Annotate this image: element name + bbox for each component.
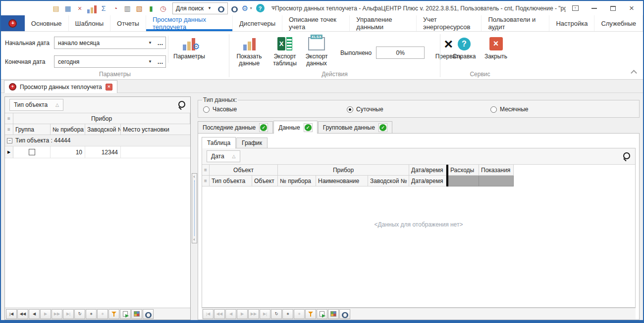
minimize-button[interactable] — [585, 2, 603, 14]
column-menu-button[interactable]: ≡ — [202, 165, 210, 176]
nav-first[interactable]: |◀ — [6, 309, 17, 319]
nav-layout[interactable] — [131, 309, 142, 319]
column-header-serial-no[interactable]: Заводской № — [368, 176, 409, 186]
chevron-down-icon[interactable]: ▼ — [145, 41, 156, 45]
maximize-button[interactable] — [603, 2, 622, 14]
export-data-button[interactable]: XLSX Экспорт данных — [301, 35, 332, 67]
collapse-group-icon[interactable]: − — [7, 138, 12, 143]
column-menu-button[interactable]: ≡ — [5, 124, 13, 135]
document-tab-prosmotr[interactable]: + Просмотр данных теплоучета × — [4, 80, 117, 93]
ellipsis-button[interactable]: … — [156, 59, 165, 64]
settings-button[interactable]: ⚙▼ — [241, 3, 254, 14]
tab-data[interactable]: Данные ✓ — [273, 121, 317, 134]
search-button[interactable] — [228, 3, 241, 14]
band-header-device[interactable]: Прибор — [13, 113, 190, 124]
band-header-object[interactable]: Объект — [210, 165, 278, 176]
close-document-icon[interactable]: × — [106, 84, 112, 91]
column-header-location[interactable]: Место установки — [121, 124, 190, 135]
export-table-button[interactable]: X Экспорт таблицы — [269, 35, 301, 67]
chevron-down-icon[interactable]: ▼ — [145, 59, 156, 64]
nav-refresh[interactable]: ↻ — [74, 309, 85, 319]
nav-prev-page[interactable]: ◀◀ — [17, 309, 28, 319]
column-menu-button[interactable]: ≡ — [5, 113, 13, 124]
tab-uchet-energoresursov[interactable]: Учет энергоресурсов — [417, 15, 482, 31]
column-header-device-no[interactable]: № прибора — [51, 124, 85, 135]
nav-layout[interactable] — [328, 309, 339, 319]
radio-icon[interactable] — [347, 106, 353, 113]
table-clock-icon[interactable]: ◷ — [158, 3, 168, 13]
checkbox[interactable] — [29, 149, 35, 155]
column-header-device-no[interactable]: № прибора — [278, 176, 316, 186]
nav-export[interactable] — [317, 309, 327, 319]
green-column-icon[interactable]: ▮ — [146, 3, 157, 13]
table-sum-icon[interactable]: Σ — [98, 3, 109, 13]
groupby-chip-date[interactable]: Дата △ — [207, 150, 240, 162]
nav-refresh[interactable]: ↻ — [271, 309, 282, 319]
xml-report-icon[interactable]: ▥ — [122, 3, 133, 13]
tab-group-data[interactable]: Групповые данные ✓ — [318, 121, 392, 133]
tab-latest-data[interactable]: Последние данные ✓ — [198, 121, 273, 133]
collapse-panel-button[interactable]: ‹ ‹ — [192, 173, 197, 243]
column-menu-button[interactable]: ≡ — [202, 176, 210, 186]
tab-polzovateli-i-audit[interactable]: Пользователи и аудит — [482, 15, 549, 31]
show-data-button[interactable]: Показать данные — [233, 35, 265, 67]
chevron-down-icon[interactable]: ▼ — [208, 6, 212, 10]
cell-device-no[interactable]: 10 — [51, 146, 85, 158]
customize-toolbar-button[interactable] — [271, 6, 275, 10]
search-icon[interactable] — [623, 152, 631, 160]
tab-otchety[interactable]: Отчеты — [110, 15, 146, 31]
tab-sluzhebnye[interactable]: Служебные — [594, 15, 643, 31]
nav-export[interactable] — [120, 309, 131, 319]
help-button[interactable]: ? — [254, 3, 267, 14]
radio-monthly[interactable]: Месячные — [490, 106, 634, 113]
help-ribbon-button[interactable]: ? Справка — [448, 35, 480, 60]
search-icon[interactable] — [178, 101, 186, 109]
radio-icon[interactable] — [490, 106, 497, 113]
nav-enable-filter[interactable]: ∗ — [86, 309, 97, 319]
tab-nastroyka[interactable]: Настройка — [549, 15, 594, 31]
panel-splitter[interactable]: ‹ ‹ — [191, 96, 198, 320]
collapse-ribbon-button[interactable] — [631, 70, 637, 76]
tab-osnovnye[interactable]: Основные — [25, 15, 69, 31]
start-date-combobox[interactable]: начало месяца ▼ … — [54, 37, 166, 49]
close-ribbon-button[interactable]: × Закрыть — [480, 35, 512, 60]
cell-group-checkbox[interactable] — [13, 146, 51, 158]
band-header-flows[interactable]: Расходы — [448, 165, 479, 176]
picture-filter-icon[interactable]: ▧ — [134, 3, 145, 13]
column-header-object-type[interactable]: Тип объекта — [210, 176, 252, 186]
radio-hourly[interactable]: Часовые — [203, 106, 347, 113]
tab-graph[interactable]: График — [236, 138, 268, 148]
bar-chart-icon[interactable] — [86, 3, 97, 13]
nav-filter[interactable] — [305, 309, 316, 319]
band-header-device[interactable]: Прибор — [278, 165, 409, 176]
find-button[interactable] — [215, 3, 227, 14]
search-combobox[interactable]: Для поиск ▼ — [173, 3, 215, 14]
column-header-group[interactable]: Группа — [13, 124, 51, 135]
tab-shablony[interactable]: Шаблоны — [69, 15, 111, 31]
nav-prev[interactable]: ◀ — [29, 309, 40, 319]
tab-opisanie-tochek-ucheta[interactable]: Описание точек учета — [282, 15, 350, 31]
end-date-combobox[interactable]: сегодня ▼ … — [54, 55, 166, 68]
cell-location[interactable] — [121, 146, 190, 158]
band-header-readings[interactable]: Показания — [479, 165, 514, 176]
tab-dispetchery[interactable]: Диспетчеры — [233, 15, 282, 31]
parameters-button[interactable]: ⚙ Параметры — [170, 35, 208, 60]
column-header-serial-no[interactable]: Заводской № — [85, 124, 121, 135]
column-header-object[interactable]: Объект — [252, 176, 278, 186]
groupby-chip-object-type[interactable]: Тип объекта △ — [9, 99, 63, 111]
report-icon[interactable]: ▤ — [51, 3, 61, 13]
nav-find[interactable] — [339, 309, 350, 319]
close-window-button[interactable]: × — [622, 2, 641, 14]
scatter-chart-icon[interactable]: × — [74, 3, 85, 13]
group-row-object-type[interactable]: − Тип объекта : 44444 — [5, 135, 190, 146]
table-icon[interactable]: ▦ — [62, 3, 73, 13]
pin-window-button[interactable]: ↑ — [566, 2, 585, 14]
ellipsis-button[interactable]: … — [156, 41, 165, 46]
nav-find[interactable] — [143, 309, 154, 319]
table-row[interactable]: ▶ 10 12344 — [5, 146, 190, 158]
tab-prosmotr-dannykh-teploucheta[interactable]: Просмотр данных теплоучета — [146, 15, 233, 31]
nav-enable-filter[interactable]: ∗ — [282, 309, 293, 319]
radio-daily[interactable]: Суточные — [347, 106, 490, 113]
nav-filter[interactable] — [108, 309, 119, 319]
band-header-datetime[interactable]: Дата/время — [409, 165, 446, 176]
